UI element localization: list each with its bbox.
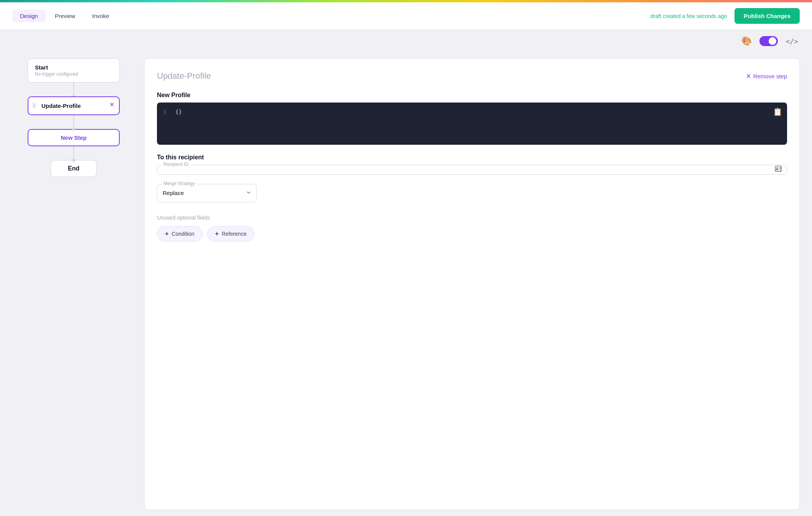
update-profile-node-title: Update-Profile [41, 103, 112, 109]
code-editor[interactable]: 1 {} 📋 [157, 103, 787, 145]
optional-buttons: + Condition + Reference [157, 226, 787, 241]
draft-status: draft created a few seconds ago [650, 13, 727, 19]
palette-icon-button[interactable]: 🎨 [740, 35, 753, 48]
remove-step-button[interactable]: ✕ Remove step [746, 73, 787, 80]
detail-title: Update-Profile [157, 71, 211, 81]
reference-plus-icon: + [215, 230, 219, 237]
tab-invoke[interactable]: Invoke [84, 10, 117, 22]
recipient-id-field[interactable]: Recipient ID 2 [157, 165, 787, 175]
code-icon-button[interactable]: </> [784, 35, 800, 48]
svg-point-1 [776, 168, 778, 169]
detail-header: Update-Profile ✕ Remove step [157, 71, 787, 81]
header: Design Preview Invoke draft created a fe… [0, 2, 812, 30]
arrow-2 [73, 115, 74, 129]
recipient-section-label: To this recipient [157, 154, 787, 161]
line-number: 1 [163, 109, 169, 115]
code-content: {} [175, 109, 182, 115]
code-line-1: 1 {} [163, 109, 781, 115]
condition-label: Condition [172, 231, 194, 237]
merge-strategy-value: Replace [163, 190, 184, 196]
drag-handle-icon: ⠿ [32, 103, 36, 109]
detail-panel: Update-Profile ✕ Remove step New Profile… [144, 58, 800, 510]
tab-group: Design Preview Invoke [12, 10, 117, 22]
remove-step-label: Remove step [753, 73, 787, 79]
workflow-panel: Start No trigger configured ⠿ Update-Pro… [12, 52, 135, 510]
publish-button[interactable]: Publish Changes [734, 8, 800, 24]
new-profile-label: New Profile [157, 92, 787, 99]
merge-dropdown-icon [246, 190, 252, 197]
tab-preview[interactable]: Preview [47, 10, 83, 22]
merge-strategy-float-label: Merge Strategy [162, 181, 196, 186]
merge-strategy-field[interactable]: Merge Strategy Replace [157, 184, 257, 202]
recipient-id-icon: 2 [774, 165, 782, 175]
palette-icon: 🎨 [741, 36, 752, 46]
start-node-title: Start [35, 64, 112, 71]
node-close-button[interactable]: ✕ [109, 101, 114, 108]
remove-step-x-icon: ✕ [746, 73, 751, 80]
end-node-title: End [58, 165, 89, 172]
tab-design[interactable]: Design [12, 10, 46, 22]
arrow-1 [73, 83, 74, 96]
new-step-button[interactable]: New Step [28, 129, 120, 146]
recipient-section: To this recipient Recipient ID 2 [157, 154, 787, 175]
icon-bar: 🎨 </> [0, 30, 812, 52]
copy-icon: 📋 [773, 108, 782, 116]
end-node: End [51, 160, 97, 177]
toggle-switch[interactable] [759, 36, 778, 46]
header-right: draft created a few seconds ago Publish … [650, 8, 800, 24]
reference-button[interactable]: + Reference [207, 226, 255, 241]
start-node-subtitle: No trigger configured [35, 71, 112, 77]
condition-plus-icon: + [165, 230, 168, 237]
update-profile-node[interactable]: ⠿ Update-Profile ✕ [28, 96, 120, 115]
start-node: Start No trigger configured [28, 58, 120, 83]
condition-button[interactable]: + Condition [157, 226, 203, 241]
code-icon: </> [786, 37, 798, 45]
copy-icon-button[interactable]: 📋 [773, 107, 782, 116]
arrow-3 [73, 146, 74, 160]
main-layout: Start No trigger configured ⠿ Update-Pro… [0, 52, 812, 516]
reference-label: Reference [222, 231, 247, 237]
unused-optional-label: Unused optional fields [157, 215, 787, 221]
recipient-id-float-label: Recipient ID [162, 162, 190, 167]
